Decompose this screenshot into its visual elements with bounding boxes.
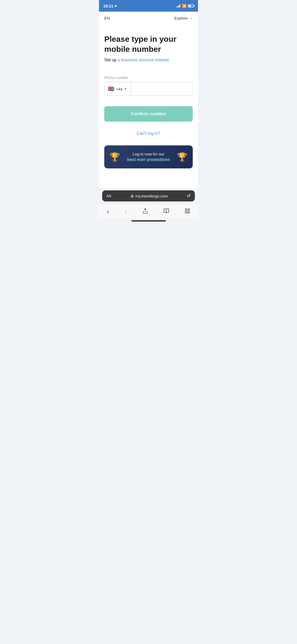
back-button[interactable]: ‹ — [102, 206, 113, 217]
main-content: EN Explore → Please type in your mobile … — [99, 12, 198, 188]
tabs-icon — [185, 208, 190, 215]
back-icon: ‹ — [107, 208, 109, 216]
bookmark-button[interactable] — [159, 207, 173, 217]
safari-aa-button[interactable]: AA — [106, 194, 111, 198]
home-bar — [131, 220, 166, 222]
svg-rect-1 — [185, 209, 187, 210]
trophy-right-icon: 🏆 — [177, 152, 187, 162]
promo-line1: Log in now for our — [123, 151, 174, 157]
country-code: +44 — [116, 87, 122, 91]
hero-section: Please type in your mobile number Set up… — [99, 24, 198, 68]
subtitle: Set up a business account instead — [104, 58, 193, 62]
cant-login-section: Can't log in? — [99, 127, 198, 140]
home-indicator — [99, 218, 198, 223]
wifi-icon: 📶 — [182, 4, 186, 8]
safari-address-bar[interactable]: AA 🔒 my.transfergo.com ↺ — [102, 190, 195, 201]
phone-label: Phone number — [104, 76, 193, 80]
svg-rect-2 — [188, 209, 190, 210]
share-button[interactable] — [138, 207, 152, 217]
cant-login-link[interactable]: Can't log in? — [137, 131, 160, 136]
time-label: 18:21 — [103, 4, 113, 8]
country-selector[interactable]: 🇬🇧 +44 ▼ — [105, 82, 131, 95]
svg-rect-4 — [188, 211, 190, 213]
language-selector[interactable]: EN — [104, 16, 110, 20]
top-nav: EN Explore → — [99, 12, 198, 24]
phone-number-input[interactable] — [131, 82, 192, 95]
safari-url-field[interactable]: 🔒 my.transfergo.com — [114, 194, 184, 198]
signal-icon — [176, 4, 180, 7]
share-icon — [142, 208, 148, 215]
navigation-arrow-icon: ➤ — [114, 4, 117, 8]
explore-link[interactable]: Explore → — [174, 16, 193, 20]
page-title: Please type in your mobile number — [104, 34, 193, 54]
status-bar-right: 📶 — [176, 4, 194, 8]
promo-banner[interactable]: 🏆 Log in now for our best ever promotion… — [104, 145, 193, 168]
trophy-left-icon: 🏆 — [110, 152, 120, 162]
promo-line2: best ever promotions — [123, 157, 174, 163]
forward-icon: › — [124, 208, 127, 216]
phone-section: Phone number 🇬🇧 +44 ▼ — [99, 68, 198, 101]
bottom-toolbar: ‹ › — [99, 204, 198, 218]
chevron-down-icon: ▼ — [124, 88, 127, 90]
phone-input-row: 🇬🇧 +44 ▼ — [104, 82, 193, 96]
lock-icon: 🔒 — [130, 194, 134, 198]
confirm-section: Confirm number — [99, 101, 198, 127]
confirm-number-button[interactable]: Confirm number — [104, 106, 193, 122]
battery-icon — [188, 4, 194, 7]
explore-arrow-icon: → — [189, 16, 193, 20]
status-bar: 18:21 ➤ 📶 — [99, 0, 198, 12]
refresh-icon[interactable]: ↺ — [187, 193, 191, 199]
forward-button[interactable]: › — [120, 206, 131, 217]
tabs-button[interactable] — [180, 207, 195, 217]
status-bar-left: 18:21 ➤ — [103, 4, 117, 8]
uk-flag-icon: 🇬🇧 — [108, 86, 114, 92]
svg-rect-3 — [185, 211, 187, 213]
book-icon — [163, 208, 169, 215]
business-account-link[interactable]: a business account instead — [118, 58, 169, 62]
promo-text: Log in now for our best ever promotions — [123, 151, 174, 163]
